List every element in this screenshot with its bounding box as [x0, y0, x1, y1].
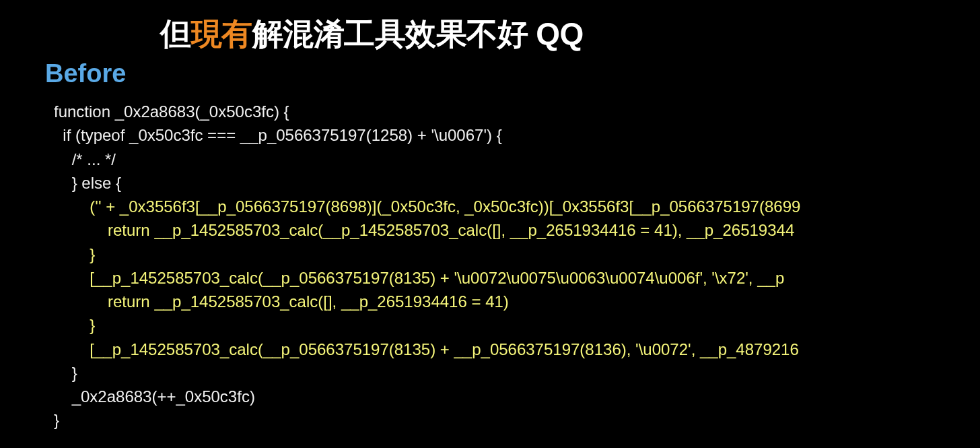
code-line: return __p_1452585703_calc([], __p_26519…: [54, 290, 800, 313]
title-highlight: 現有: [191, 16, 252, 51]
code-block-before: function _0x2a8683(_0x50c3fc) { if (type…: [54, 100, 800, 433]
code-line: }: [54, 361, 800, 385]
code-line: ('' + _0x3556f3[__p_0566375197(8698)](_0…: [54, 195, 800, 218]
code-line: _0x2a8683(++_0x50c3fc): [54, 385, 800, 408]
code-line: }: [54, 408, 800, 432]
section-label-before: Before: [45, 59, 126, 88]
code-line: [__p_1452585703_calc(__p_0566375197(8135…: [54, 338, 800, 361]
title-suffix: 解混淆工具效果不好 QQ: [252, 16, 584, 51]
code-line: if (typeof _0x50c3fc === __p_0566375197(…: [54, 123, 800, 147]
code-line: [__p_1452585703_calc(__p_0566375197(8135…: [54, 266, 800, 290]
code-line: function _0x2a8683(_0x50c3fc) {: [54, 100, 800, 123]
code-line: return __p_1452585703_calc(__p_145258570…: [54, 218, 800, 242]
code-line: }: [54, 243, 800, 266]
title-prefix: 但: [160, 16, 191, 51]
code-line: }: [54, 313, 800, 337]
code-line: /* ... */: [54, 148, 800, 171]
code-line: } else {: [54, 171, 800, 195]
slide-title: 但現有解混淆工具效果不好 QQ: [160, 13, 584, 55]
